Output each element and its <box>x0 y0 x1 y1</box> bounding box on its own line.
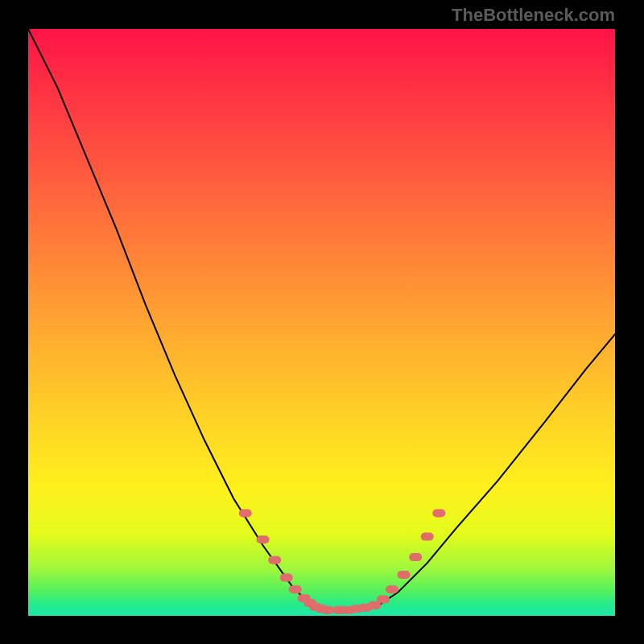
dot-marker <box>432 509 445 517</box>
curve-svg <box>28 29 615 616</box>
dot-marker <box>321 606 334 614</box>
dot-marker <box>239 509 252 517</box>
dot-marker <box>268 556 281 564</box>
plot-area <box>28 29 615 616</box>
dot-marker <box>280 574 293 582</box>
dot-marker <box>289 585 302 593</box>
dot-marker <box>377 596 390 604</box>
dot-marker <box>386 585 398 593</box>
dot-marker <box>421 533 434 541</box>
dot-marker <box>398 571 411 579</box>
dot-marker <box>409 553 422 561</box>
bottleneck-curve <box>28 29 615 610</box>
dot-marker <box>257 535 270 543</box>
dots-group <box>239 509 446 613</box>
chart-frame: TheBottleneck.com <box>0 0 644 644</box>
attribution-text: TheBottleneck.com <box>452 5 615 26</box>
